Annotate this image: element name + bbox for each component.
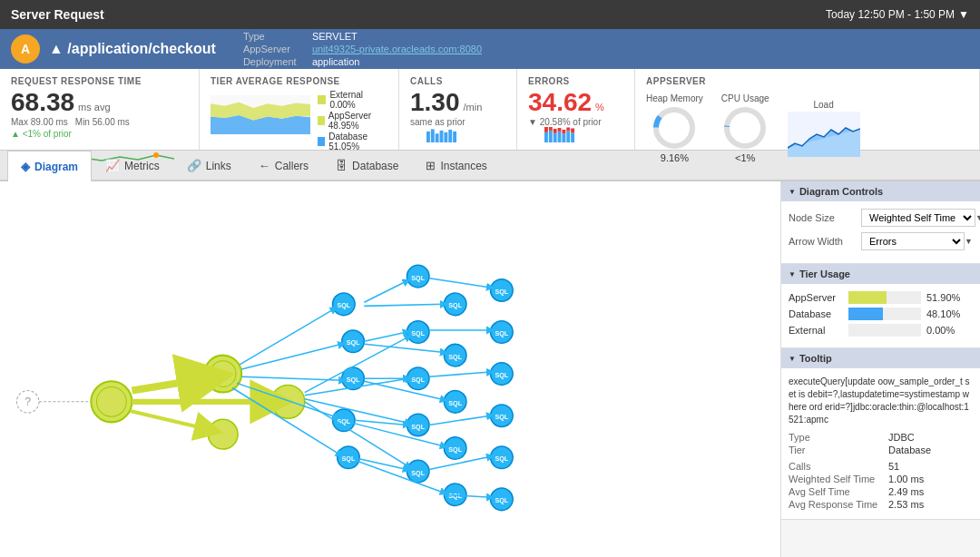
- tab-metrics[interactable]: 📈 Metrics: [92, 150, 173, 181]
- svg-text:SQL: SQL: [411, 275, 425, 282]
- svg-text:SQL: SQL: [411, 376, 425, 384]
- svg-text:SQL: SQL: [411, 470, 425, 477]
- app-breadcrumb: ▲ /application/checkout: [49, 41, 216, 57]
- tier-usage-header[interactable]: ▼ Tier Usage: [781, 264, 980, 284]
- tier-external-row: External 0.00%: [789, 324, 973, 337]
- app-server-link[interactable]: unit49325-private.oracleads.com:8080: [312, 44, 482, 54]
- diagram-controls-content: Node Size Weighted Self Time ▼ Arrow Wid…: [781, 201, 980, 263]
- appserver-panel: APPSERVER Heap Memory 9.16% CPU Usage <1…: [635, 69, 980, 150]
- calls-panel: CALLS 1.30 /min same as prior: [399, 69, 517, 150]
- svg-rect-23: [566, 131, 570, 142]
- right-panel: ▼ Diagram Controls Node Size Weighted Se…: [780, 181, 980, 557]
- tier-appserver-bar: [848, 291, 887, 304]
- tier-external-bar-container: [848, 324, 921, 337]
- svg-text:?: ?: [24, 396, 31, 408]
- svg-text:SQL: SQL: [337, 418, 350, 425]
- svg-text:SQL: SQL: [495, 330, 508, 337]
- svg-rect-25: [571, 132, 574, 142]
- header-bar: Server Request Today 12:50 PM - 1:50 PM …: [0, 0, 980, 29]
- tooltip-calls-row: Calls 51: [789, 461, 973, 472]
- svg-rect-9: [440, 131, 444, 142]
- svg-text:SQL: SQL: [347, 376, 360, 384]
- svg-text:SQL: SQL: [495, 414, 508, 421]
- svg-text:SQL: SQL: [495, 372, 508, 379]
- collapse-triangle-icon: ▼: [789, 188, 796, 196]
- metrics-bar: REQUEST RESPONSE TIME 68.38 ms avg Max 8…: [0, 69, 980, 151]
- database-icon: 🗄: [336, 159, 348, 172]
- tooltip-weighted-self-time-row: Weighted Self Time 1.00 ms: [789, 474, 973, 484]
- svg-text:SQL: SQL: [347, 339, 360, 347]
- errors-panel: ERRORS 34.62 % ▼ 20.58% of prior: [517, 69, 635, 150]
- response-time-panel: REQUEST RESPONSE TIME 68.38 ms avg Max 8…: [0, 69, 200, 150]
- svg-text:SQL: SQL: [495, 497, 508, 504]
- svg-rect-21: [562, 133, 565, 142]
- tab-database[interactable]: 🗄 Database: [322, 150, 412, 181]
- tier-avg-panel: TIER AVERAGE RESPONSE External 0.00% App…: [200, 69, 399, 150]
- tooltip-avg-self-time-row: Avg Self Time 2.49 ms: [789, 486, 973, 497]
- tier-database-bar-container: [848, 308, 921, 320]
- tooltip-section: ▼ Tooltip executeQuery[update oow_sample…: [781, 348, 980, 520]
- heap-gauge: Heap Memory 9.16%: [646, 93, 703, 163]
- svg-rect-20: [558, 128, 562, 132]
- tooltip-header[interactable]: ▼ Tooltip: [781, 348, 980, 368]
- tier-appserver-bar-container: [848, 291, 921, 304]
- svg-rect-17: [554, 133, 557, 142]
- tooltip-type-row: Type JDBC: [789, 432, 973, 443]
- links-icon: 🔗: [187, 159, 201, 172]
- tab-diagram[interactable]: ◈ Diagram: [7, 151, 92, 181]
- diagram-svg[interactable]: ? SQL SQL SQL SQL: [0, 181, 780, 557]
- app-deployment-value: application: [312, 56, 360, 67]
- tier-chart: [211, 90, 310, 140]
- page-title: Server Request: [11, 7, 104, 22]
- svg-text:SQL: SQL: [448, 354, 462, 361]
- svg-rect-10: [444, 132, 447, 142]
- metrics-icon: 📈: [105, 159, 120, 172]
- svg-rect-26: [571, 128, 574, 132]
- svg-text:SQL: SQL: [495, 455, 508, 463]
- diagram-icon: ◈: [21, 160, 30, 173]
- load-chart-container: Load: [788, 100, 860, 157]
- tooltip-avg-response-row: Avg Response Time 2.53 ms: [789, 499, 973, 510]
- node-size-select[interactable]: Weighted Self Time: [861, 209, 975, 227]
- tier-database-bar: [848, 308, 883, 320]
- instances-icon: ⊞: [426, 159, 436, 172]
- svg-rect-12: [453, 132, 456, 142]
- chevron-down-icon[interactable]: ▼: [958, 8, 969, 21]
- svg-rect-13: [544, 132, 548, 142]
- tab-instances[interactable]: ⊞ Instances: [412, 150, 500, 181]
- svg-rect-16: [549, 127, 553, 131]
- node-size-row: Node Size Weighted Self Time ▼: [789, 209, 973, 227]
- tier-database-row: Database 48.10%: [789, 308, 973, 320]
- svg-rect-24: [566, 127, 570, 131]
- tab-links[interactable]: 🔗 Links: [173, 150, 245, 181]
- svg-rect-8: [436, 133, 439, 142]
- tab-callers[interactable]: ← Callers: [245, 150, 322, 181]
- arrow-width-select[interactable]: Errors: [861, 232, 965, 250]
- calls-chart: [410, 127, 474, 142]
- app-meta: Type SERVLET AppServer unit49325-private…: [243, 31, 482, 67]
- tier-appserver-row: AppServer 51.90%: [789, 291, 973, 304]
- svg-point-41: [271, 385, 305, 418]
- svg-rect-7: [431, 129, 435, 142]
- tier-legend: External 0.00% AppServer 48.95% Database…: [318, 90, 387, 152]
- tier-usage-section: ▼ Tier Usage AppServer 51.90% Database 4…: [781, 264, 980, 348]
- tooltip-content: executeQuery[update oow_sample_order_t s…: [781, 368, 980, 519]
- diagram-controls-header[interactable]: ▼ Diagram Controls: [781, 181, 980, 201]
- svg-point-27: [656, 110, 692, 146]
- svg-point-40: [208, 419, 238, 449]
- callers-icon: ←: [259, 159, 270, 172]
- svg-point-36: [91, 381, 132, 422]
- diagram-area: ? SQL SQL SQL SQL: [0, 181, 780, 557]
- svg-rect-14: [544, 127, 548, 132]
- svg-text:SQL: SQL: [337, 302, 350, 309]
- tooltip-query-text: executeQuery[update oow_sample_order_t s…: [789, 376, 973, 426]
- svg-text:SQL: SQL: [448, 493, 462, 500]
- app-bar: A ▲ /application/checkout Type SERVLET A…: [0, 29, 980, 69]
- svg-text:SQL: SQL: [342, 455, 356, 463]
- svg-point-29: [727, 110, 763, 146]
- tier-usage-content: AppServer 51.90% Database 48.10% Externa…: [781, 284, 980, 347]
- arrow-width-row: Arrow Width Errors ▼: [789, 232, 973, 250]
- svg-rect-11: [448, 130, 452, 142]
- tooltip-triangle-icon: ▼: [789, 355, 796, 363]
- svg-text:SQL: SQL: [411, 424, 425, 431]
